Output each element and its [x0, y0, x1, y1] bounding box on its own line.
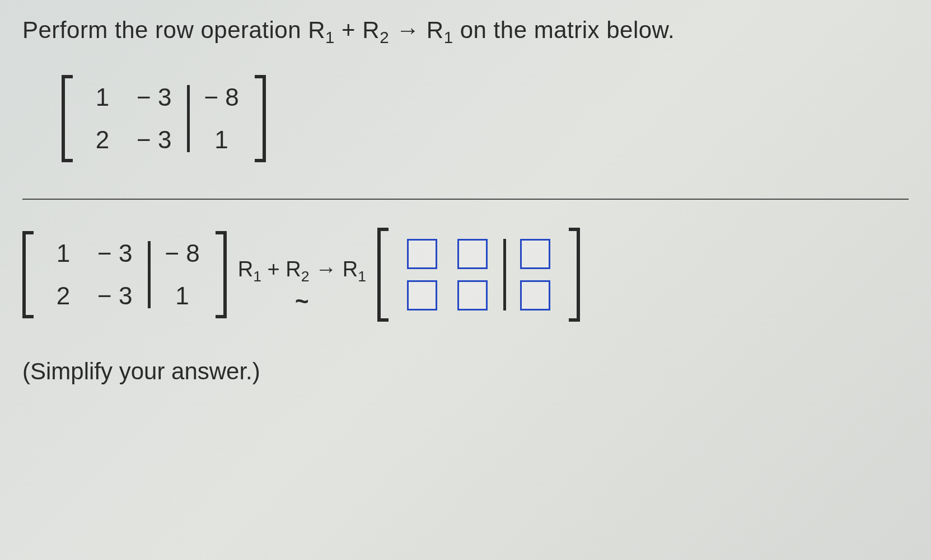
- bracket-left-icon: [62, 75, 73, 162]
- matrix-cell: − 8: [165, 241, 199, 266]
- answer-source-matrix: 1 2 − 3 − 3 − 8 1: [22, 231, 227, 318]
- matrix-cell: 1: [165, 284, 199, 308]
- matrix-cell: − 3: [97, 241, 132, 266]
- op-plus: +: [268, 257, 286, 281]
- answer-row: 1 2 − 3 − 3 − 8 1 R1 + R2 → R1 ~: [22, 228, 909, 344]
- bracket-right-icon: [255, 75, 266, 162]
- matrix-cell: − 3: [137, 128, 171, 152]
- op-r1: R: [238, 257, 253, 281]
- matrix-cell: 2: [88, 128, 116, 152]
- matrix-cell: 2: [49, 284, 77, 308]
- answer-input-r2c3[interactable]: [520, 280, 550, 310]
- matrix-cell: 1: [204, 128, 238, 152]
- bracket-left-icon: [22, 231, 34, 318]
- answer-input-r1c3[interactable]: [520, 239, 550, 269]
- matrix-cell: − 8: [204, 85, 238, 110]
- bracket-right-icon: [569, 228, 580, 322]
- matrix-cell: 1: [49, 241, 77, 266]
- op-arrow: →: [315, 257, 336, 281]
- matrix-cell: − 3: [97, 284, 132, 308]
- tilde-icon: ~: [295, 288, 309, 315]
- op-sub3: 1: [444, 28, 453, 46]
- op-sub3: 1: [358, 268, 366, 285]
- answer-input-r1c2[interactable]: [457, 239, 488, 269]
- op-r2: R: [362, 17, 380, 43]
- question-prefix: Perform the row operation: [22, 17, 308, 43]
- simplify-note: (Simplify your answer.): [22, 358, 909, 385]
- answer-input-r2c1[interactable]: [407, 280, 437, 310]
- source-matrix: 1 2 − 3 − 3 − 8 1: [62, 75, 266, 162]
- op-sub2: 2: [301, 268, 310, 285]
- question-suffix: on the matrix below.: [460, 17, 675, 43]
- op-r3: R: [343, 257, 358, 281]
- op-r1: R: [308, 17, 325, 43]
- answer-input-r2c2[interactable]: [457, 280, 488, 310]
- matrix-cell: − 3: [137, 85, 171, 110]
- op-sub1: 1: [253, 268, 261, 285]
- bracket-left-icon: [377, 228, 389, 322]
- matrix-cell: 1: [88, 85, 116, 110]
- op-sub1: 1: [325, 28, 335, 46]
- op-r2: R: [286, 257, 301, 281]
- result-matrix: [377, 228, 580, 322]
- op-plus: +: [341, 17, 362, 43]
- op-r3: R: [427, 17, 444, 43]
- question-text: Perform the row operation R1 + R2 → R1 o…: [22, 17, 909, 47]
- bracket-right-icon: [216, 231, 227, 318]
- op-sub2: 2: [380, 28, 389, 46]
- answer-input-r1c1[interactable]: [407, 239, 437, 269]
- op-arrow: →: [396, 17, 420, 43]
- section-divider: [22, 199, 909, 200]
- row-operation-label: R1 + R2 → R1 ~: [238, 257, 366, 315]
